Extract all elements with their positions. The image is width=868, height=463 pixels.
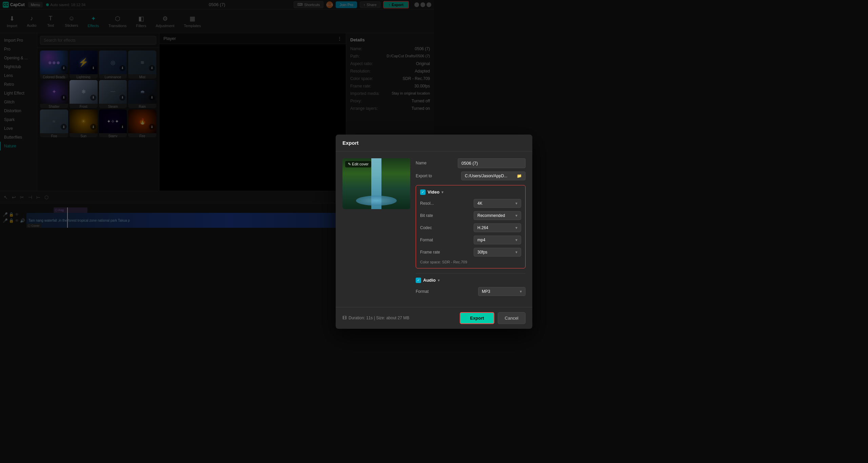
modal-title: Export — [342, 140, 359, 146]
codec-label: Codec — [420, 225, 432, 230]
modal-body: ✎ Edit cover Name Export to C:/Users/Jas… — [336, 152, 434, 232]
modal-form: Name Export to C:/Users/Jason/AppD... 📁 — [416, 158, 434, 232]
form-row-name: Name Export to C:/Users/Jason/AppD... 📁 — [416, 158, 434, 180]
export-modal-overlay: Export ✎ Edit cover Name — [0, 0, 434, 232]
edit-cover-button[interactable]: ✎ Edit cover — [345, 161, 371, 167]
video-section-title: Video — [428, 189, 434, 195]
waterfall-pool — [356, 196, 397, 206]
bitrate-row: Bit rate Recommended ▾ — [420, 211, 434, 220]
export-to-row: Export to C:/Users/Jason/AppD... 📁 — [416, 172, 434, 180]
video-section-header: ✓ Video ▾ — [420, 189, 434, 195]
scrollable-form: ✓ Video ▾ Resol... 4K ▾ Bit ra — [416, 185, 434, 232]
resolution-label: Resol... — [420, 201, 434, 206]
video-checkbox[interactable]: ✓ — [420, 189, 426, 195]
codec-row: Codec H.264 ▾ — [420, 223, 434, 232]
resolution-row: Resol... 4K ▾ — [420, 199, 434, 208]
export-modal: Export ✎ Edit cover Name — [336, 135, 434, 232]
bitrate-label: Bit rate — [420, 213, 433, 218]
name-row: Name — [416, 158, 434, 168]
export-to-label: Export to — [416, 174, 432, 178]
name-label: Name — [416, 161, 427, 165]
modal-preview: ✎ Edit cover — [342, 158, 410, 232]
video-section: ✓ Video ▾ Resol... 4K ▾ Bit ra — [416, 185, 434, 232]
modal-header: Export — [336, 135, 434, 152]
